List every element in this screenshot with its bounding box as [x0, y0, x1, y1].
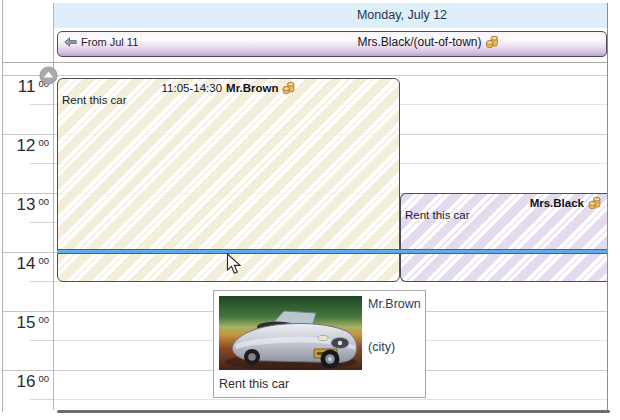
scheduler-day-view: Monday, July 12 From Jul 11 Mrs.Black/(o…	[0, 0, 620, 420]
all-day-appointment-mrs-black[interactable]: From Jul 11 Mrs.Black/(out-of-town)	[57, 31, 607, 57]
time-ruler: 1100 1200 1300 1400 1500 1600	[3, 62, 53, 410]
hour-label-13: 1300	[3, 196, 49, 213]
appointment-header: 11:05-14:30 Mr.Brown	[58, 79, 399, 95]
day-header[interactable]: Monday, July 12	[54, 3, 607, 28]
coins-icon	[282, 81, 295, 95]
hour-label-14: 1400	[3, 255, 49, 272]
horizontal-scrollbar-thumb[interactable]	[57, 410, 610, 413]
all-day-appointment-title: Mrs.Black/(out-of-town)	[357, 35, 498, 49]
mouse-cursor-icon	[226, 253, 241, 279]
appointment-body-text: Rent this car	[58, 94, 399, 106]
all-day-area-separator	[3, 62, 607, 63]
appointment-time-range: 11:05-14:30	[162, 82, 223, 94]
appointment-header: Mrs.Black	[401, 194, 607, 210]
hour-label-16: 1600	[3, 373, 49, 390]
appointment-mrs-black[interactable]: Mrs.Black Rent this car	[400, 193, 607, 282]
appointment-subject: Mrs.Black	[530, 197, 584, 209]
coins-icon	[588, 196, 601, 210]
current-time-indicator	[57, 249, 607, 254]
tooltip-body-text: Rent this car	[219, 377, 289, 391]
appointment-body-text: Rent this car	[401, 209, 607, 221]
continuation-indicator: From Jul 11	[64, 36, 138, 48]
tooltip-owner: Mr.Brown	[368, 297, 421, 311]
coins-icon	[486, 35, 499, 49]
hour-label-15: 1500	[3, 314, 49, 331]
day-caption: Monday, July 12	[357, 8, 447, 22]
chevron-up-icon	[39, 66, 58, 85]
tooltip-location: (city)	[368, 340, 395, 354]
continuation-label: From Jul 11	[81, 36, 138, 48]
hour-label-12: 1200	[3, 137, 49, 154]
appointment-tooltip: Mr.Brown (city) Rent this car	[213, 290, 426, 398]
right-border	[607, 3, 608, 410]
ruler-grid-separator	[53, 3, 54, 410]
scroll-up-button[interactable]	[39, 66, 58, 85]
arrow-left-icon	[64, 37, 77, 47]
appointment-subject: Mr.Brown	[226, 82, 278, 94]
half-hour-ticks	[30, 62, 53, 410]
car-photo	[219, 296, 362, 370]
